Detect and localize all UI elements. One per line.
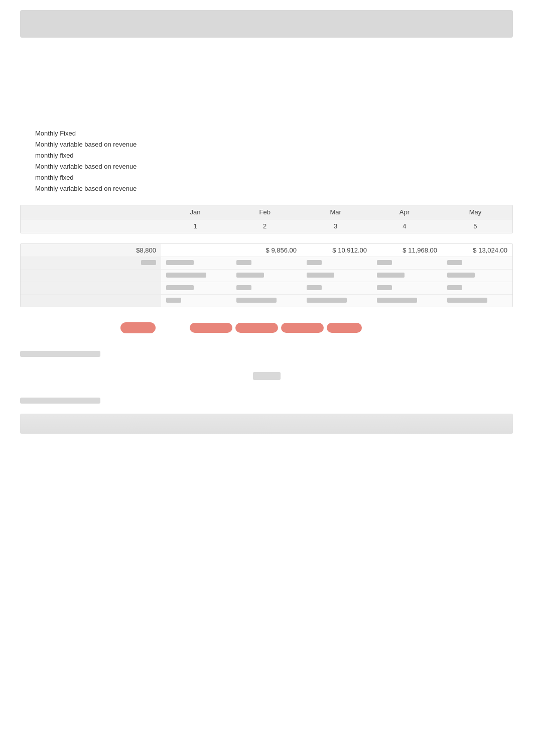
sub-row-3 bbox=[21, 282, 512, 294]
sub-label-1 bbox=[21, 257, 161, 269]
col-may-num: 5 bbox=[438, 219, 512, 233]
sub-apr-3 bbox=[372, 282, 442, 294]
data-table: $8,800 $ 9,856.00 $ 10,912.00 $ 11,968.0… bbox=[21, 244, 512, 307]
col-feb-num: 2 bbox=[229, 219, 300, 233]
label-item-2: Monthly variable based on revenue bbox=[35, 139, 513, 150]
label-item-4: Monthly variable based on revenue bbox=[35, 161, 513, 172]
sub-feb-4 bbox=[231, 294, 302, 307]
label-item-1: Monthly Fixed bbox=[35, 128, 513, 139]
action-feb-button[interactable] bbox=[190, 323, 232, 333]
action-mar-button[interactable] bbox=[235, 323, 278, 333]
sub-apr-4 bbox=[372, 294, 442, 307]
col-jan-num: 1 bbox=[161, 219, 229, 233]
sub-row-1 bbox=[21, 257, 512, 269]
sub-jan-2 bbox=[161, 269, 231, 282]
action-may-button[interactable] bbox=[327, 323, 362, 333]
col-feb-header: Feb bbox=[229, 205, 300, 219]
main-may-value: $ 13,024.00 bbox=[442, 244, 512, 257]
main-feb-value: $ 9,856.00 bbox=[231, 244, 302, 257]
centered-element bbox=[20, 372, 513, 380]
sub-may-1 bbox=[442, 257, 512, 269]
small-gray-box bbox=[253, 372, 281, 380]
sub-jan-1 bbox=[161, 257, 231, 269]
sub-feb-2 bbox=[231, 269, 302, 282]
main-mar-value: $ 10,912.00 bbox=[302, 244, 372, 257]
sub-row-4 bbox=[21, 294, 512, 307]
month-number-row: 1 2 3 4 5 bbox=[21, 219, 512, 233]
sub-label-2 bbox=[21, 269, 161, 282]
col-number-empty bbox=[21, 219, 161, 233]
main-data-row: $8,800 $ 9,856.00 $ 10,912.00 $ 11,968.0… bbox=[21, 244, 512, 257]
blurred-text-block bbox=[20, 414, 513, 434]
month-header-table: Jan Feb Mar Apr May 1 2 3 4 5 bbox=[20, 205, 513, 233]
label-item-6: Monthly variable based on revenue bbox=[35, 183, 513, 194]
action-apr-button[interactable] bbox=[281, 323, 324, 333]
sub-may-2 bbox=[442, 269, 512, 282]
sub-mar-1 bbox=[302, 257, 372, 269]
col-may-header: May bbox=[438, 205, 512, 219]
data-table-wrapper: $8,800 $ 9,856.00 $ 10,912.00 $ 11,968.0… bbox=[20, 243, 513, 307]
section-title-2 bbox=[20, 398, 100, 404]
col-apr-header: Apr bbox=[371, 205, 438, 219]
sub-label-3 bbox=[21, 282, 161, 294]
sub-feb-1 bbox=[231, 257, 302, 269]
label-item-5: monthly fixed bbox=[35, 172, 513, 183]
sub-jan-3 bbox=[161, 282, 231, 294]
col-apr-num: 4 bbox=[371, 219, 438, 233]
sub-label-4 bbox=[21, 294, 161, 307]
sub-apr-1 bbox=[372, 257, 442, 269]
sub-mar-2 bbox=[302, 269, 372, 282]
action-jan-button[interactable] bbox=[120, 322, 156, 333]
sub-mar-3 bbox=[302, 282, 372, 294]
label-item-3: monthly fixed bbox=[35, 150, 513, 161]
sub-may-4 bbox=[442, 294, 512, 307]
col-label-empty bbox=[21, 205, 161, 219]
top-bar bbox=[20, 10, 513, 38]
label-list: Monthly Fixed Monthly variable based on … bbox=[20, 128, 513, 195]
sub-apr-2 bbox=[372, 269, 442, 282]
main-label: $8,800 bbox=[21, 244, 161, 257]
main-jan-value bbox=[161, 244, 231, 257]
month-header-row: Jan Feb Mar Apr May bbox=[21, 205, 512, 219]
section-title-1 bbox=[20, 351, 100, 357]
sub-jan-4 bbox=[161, 294, 231, 307]
col-jan-header: Jan bbox=[161, 205, 229, 219]
main-apr-value: $ 11,968.00 bbox=[372, 244, 442, 257]
sub-may-3 bbox=[442, 282, 512, 294]
sub-mar-4 bbox=[302, 294, 372, 307]
page: Monthly Fixed Monthly variable based on … bbox=[0, 0, 533, 444]
col-mar-header: Mar bbox=[300, 205, 371, 219]
sub-feb-3 bbox=[231, 282, 302, 294]
action-buttons-row bbox=[20, 322, 513, 333]
month-table: Jan Feb Mar Apr May 1 2 3 4 5 bbox=[21, 205, 512, 233]
sub-row-2 bbox=[21, 269, 512, 282]
col-mar-num: 3 bbox=[300, 219, 371, 233]
